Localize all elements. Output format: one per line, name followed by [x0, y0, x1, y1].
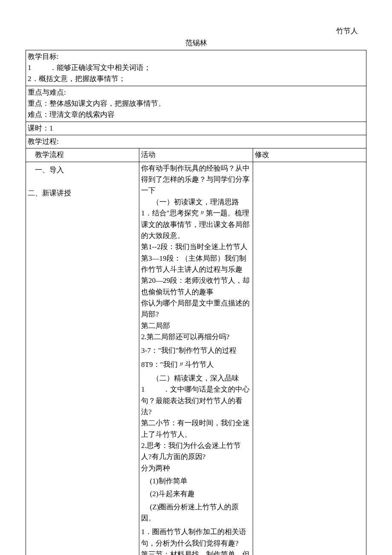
process-label: 教学过程: — [28, 137, 59, 145]
table-row: 重点与难点: 重点：整体感知课文内容，把握故事情节。 难点：理清文章的线索内容 — [26, 86, 366, 122]
keypoint-diff: 难点：理清文章的线索内容 — [28, 109, 364, 120]
period-text: 课时：1 — [28, 124, 53, 132]
title-wrap: 竹节人 — [26, 26, 366, 37]
flow-cell: 一、导入 二、新课讲授 — [26, 162, 139, 555]
activity-line: (1)制作简单 — [141, 476, 251, 487]
goals-cell: 教学目标: 1．能够正确读写文中相关词语； 2．概括文意，把握故事情节； — [26, 50, 366, 86]
goal-item-2: 2．概括文意，把握故事情节； — [28, 73, 364, 84]
activity-l13-num: 1 — [141, 384, 163, 395]
lesson-title: 竹节人 — [336, 26, 358, 37]
activity-line: 第三节：材料易找，制作简单，但是又要小心完成 — [141, 549, 251, 555]
keypoints-cell: 重点与难点: 重点：整体感知课文内容，把握故事情节。 难点：理清文章的线索内容 — [26, 86, 366, 122]
header-flow: 教学流程 — [26, 148, 139, 162]
activity-line: 分为两种 — [141, 463, 251, 474]
flow-intro: 一、导入 — [28, 165, 137, 176]
table-row: 一、导入 二、新课讲授 你有动手制作玩具的经验吗？从中得到了怎样的乐趣？与同学们… — [26, 162, 366, 555]
table-row: 教学过程: — [26, 135, 366, 148]
activity-line: 8T9："我们〃斗竹节人 — [141, 359, 251, 370]
activity-cell: 你有动手制作玩具的经验吗？从中得到了怎样的乐趣？与同学们分享一下 （一）初读课文… — [139, 162, 253, 555]
keypoint-key: 重点：整体感知课文内容，把握故事情节。 — [28, 98, 364, 109]
activity-line: (2)斗起来有趣 — [141, 488, 251, 500]
goal-item-1: 1．能够正确读写文中相关词语； — [28, 62, 364, 73]
table-row: 教学目标: 1．能够正确读写文中相关词语； 2．概括文意，把握故事情节； — [26, 50, 366, 86]
activity-line: 第二小节：有一段时间，我们全迷上了斗竹节人。 — [141, 418, 251, 440]
activity-line: 2.思考：我们为什么会迷上竹节人?有几方面的原因? — [141, 440, 251, 463]
goal1-num: 1 — [28, 62, 49, 73]
activity-line: 1．结合"思考探究〃第一题。梳理课文的故事情节，理出课文各局部的大致段意。 — [141, 208, 251, 241]
flow-new: 二、新课讲授 — [28, 188, 137, 199]
activity-line: （二）精读课文，深入品味 — [141, 373, 251, 384]
activity-line: 你有动手制作玩具的经验吗？从中得到了怎样的乐趣？与同学们分享一下 — [141, 163, 251, 197]
header-activity: 活动 — [139, 148, 253, 162]
header-flow-text: 教学流程 — [28, 151, 64, 159]
activity-line: 第3—19段：（主体局部）我们制作竹节人斗主讲人的过程与乐趣 — [141, 253, 251, 276]
goal1-text: ．能够正确读写文中相关词语； — [49, 64, 151, 72]
header-activity-text: 活动 — [141, 151, 156, 159]
header-modify-text: 修改 — [255, 151, 269, 159]
lesson-plan-table: 教学目标: 1．能够正确读写文中相关词语； 2．概括文意，把握故事情节； 重点与… — [26, 50, 366, 555]
author-wrap: 范锡林 — [26, 38, 366, 49]
goals-label: 教学目标: — [28, 51, 364, 62]
activity-line: （一）初读课文，理清思路 — [141, 197, 251, 208]
author-name: 范锡林 — [185, 39, 207, 47]
header-modify: 修改 — [253, 148, 366, 162]
process-label-cell: 教学过程: — [26, 135, 366, 148]
modify-cell — [253, 162, 366, 555]
activity-line: 1．圈画竹节人制作加工的相关语句，分析为什么我们觉得有趣? — [141, 526, 251, 549]
activity-line: (Z)圈画分析迷上竹节人的原因。 — [141, 502, 251, 524]
activity-line: 2.第二局部还可以再细分吗? — [141, 331, 251, 343]
activity-line: 第二局部 — [141, 320, 251, 331]
document-page: 竹节人 范锡林 教学目标: 1．能够正确读写文中相关词语； 2．概括文意，把握故… — [0, 0, 392, 555]
table-row: 课时：1 — [26, 122, 366, 135]
activity-line: 第20—29段：老师没收竹节人，却也偷偷玩竹节人的趣事 — [141, 275, 251, 298]
activity-line: 1．文中哪句话是全文的中心句？最能表达我们对竹节人的看法? — [141, 384, 251, 418]
keypoints-label: 重点与难点: — [28, 87, 364, 98]
activity-line: 你认为哪个局部是文中重点描述的局部? — [141, 298, 251, 320]
activity-line: 3-7："我们"制作竹节人的过程 — [141, 345, 251, 356]
activity-line: 第1--2段：我们当时全迷上竹节人 — [141, 241, 251, 253]
period-cell: 课时：1 — [26, 122, 366, 135]
table-row: 教学流程 活动 修改 — [26, 148, 366, 162]
